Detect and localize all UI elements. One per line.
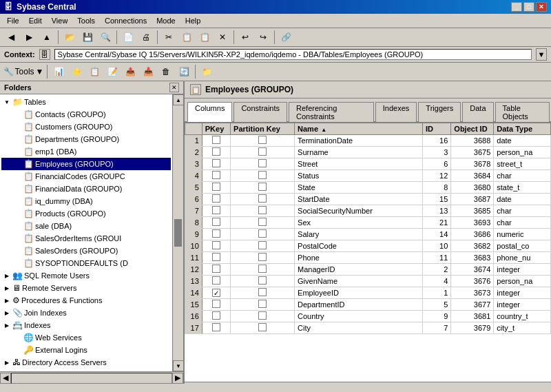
- tree-item[interactable]: 📋Contacts (GROUPO): [1, 108, 171, 121]
- partkey-checkbox[interactable]: [258, 147, 267, 156]
- pkey-checkbox[interactable]: [212, 218, 220, 226]
- tb2-btn8[interactable]: 🔄: [176, 64, 192, 79]
- partkey-checkbox[interactable]: [258, 136, 267, 144]
- menu-file[interactable]: File: [3, 15, 23, 26]
- pkey-checkbox[interactable]: [212, 171, 220, 179]
- tree-item[interactable]: 📋Employees (GROUPO): [1, 158, 171, 170]
- folders-close-button[interactable]: ✕: [169, 83, 179, 92]
- partkey-checkbox[interactable]: [258, 300, 267, 308]
- tb2-btn4[interactable]: 📝: [104, 64, 121, 79]
- tree-scrollbar-v[interactable]: ▲ ▼: [172, 94, 183, 371]
- back-button[interactable]: ◀: [3, 30, 19, 45]
- tab-data[interactable]: Data: [462, 102, 493, 122]
- tab-tableobjects[interactable]: Table Objects: [495, 102, 550, 122]
- tb2-btn3[interactable]: 📋: [86, 64, 103, 79]
- partkey-checkbox[interactable]: [258, 159, 267, 167]
- tree-item[interactable]: ▶🖥Remote Servers: [1, 282, 171, 294]
- pkey-checkbox[interactable]: [212, 241, 220, 249]
- tree-item[interactable]: 📋Departments (GROUPO): [1, 133, 171, 145]
- menu-view[interactable]: View: [48, 15, 72, 26]
- menu-mode[interactable]: Mode: [152, 15, 180, 26]
- tree-item[interactable]: 🌐Web Services: [1, 331, 171, 344]
- scroll-right-button[interactable]: ▶: [172, 373, 183, 384]
- save-button[interactable]: 💾: [79, 30, 96, 45]
- pkey-checkbox[interactable]: [212, 253, 220, 261]
- new-button[interactable]: 📄: [120, 30, 136, 45]
- tree-item[interactable]: ▶🖧Directory Access Servers: [1, 356, 171, 369]
- partkey-checkbox[interactable]: [258, 194, 267, 203]
- partkey-checkbox[interactable]: [258, 253, 267, 261]
- maximize-button[interactable]: □: [523, 2, 534, 12]
- tab-triggers[interactable]: Triggers: [418, 102, 461, 122]
- table-row[interactable]: 7SocialSecurityNumber133685char: [185, 205, 551, 217]
- tab-indexes[interactable]: Indexes: [375, 102, 417, 122]
- partkey-checkbox[interactable]: [258, 206, 267, 214]
- context-path[interactable]: Sybase Central/Sybase IQ 15/Servers/WILK…: [54, 49, 532, 60]
- tree-item[interactable]: 📋Products (GROUPO): [1, 207, 171, 220]
- table-row[interactable]: 6StartDate153687date: [185, 194, 551, 205]
- tree-item[interactable]: ▶📎Join Indexes: [1, 307, 171, 319]
- tree-item[interactable]: 📋SalesOrderItems (GROUI: [1, 232, 171, 245]
- scroll-up-button[interactable]: ▲: [173, 94, 183, 105]
- table-row[interactable]: 8Sex213693char: [185, 217, 551, 229]
- table-scroll[interactable]: PKeyPartition KeyName ▲IDObject IDData T…: [185, 123, 551, 382]
- tb2-btn1[interactable]: 📊: [50, 64, 67, 79]
- partkey-checkbox[interactable]: [258, 276, 267, 285]
- tree-item[interactable]: 📋iq_dummy (DBA): [1, 195, 171, 207]
- partkey-checkbox[interactable]: [258, 229, 267, 238]
- connect-button[interactable]: 🔗: [278, 30, 294, 45]
- partkey-checkbox[interactable]: [258, 288, 267, 296]
- tb2-btn5[interactable]: 📤: [122, 64, 138, 79]
- pkey-checkbox[interactable]: [212, 323, 220, 331]
- tb2-btn7[interactable]: 🗑: [158, 64, 174, 79]
- table-row[interactable]: 13GivenName43676person_na: [185, 276, 551, 287]
- partkey-checkbox[interactable]: [258, 218, 267, 226]
- refresh-button[interactable]: ↩: [237, 30, 253, 45]
- pkey-checkbox[interactable]: [212, 136, 220, 144]
- forward-button[interactable]: ▶: [21, 30, 37, 45]
- partkey-checkbox[interactable]: [258, 323, 267, 331]
- menu-tools[interactable]: Tools: [73, 15, 99, 26]
- col-header-type[interactable]: Data Type: [494, 123, 551, 135]
- pkey-checkbox[interactable]: [212, 311, 220, 320]
- tree-item[interactable]: ▶📇Indexes: [1, 319, 171, 331]
- partkey-checkbox[interactable]: [258, 265, 267, 273]
- pkey-checkbox[interactable]: [212, 159, 220, 167]
- scroll-thumb[interactable]: [174, 219, 182, 247]
- table-row[interactable]: 10PostalCode103682postal_co: [185, 240, 551, 252]
- col-header-name[interactable]: Name ▲: [295, 123, 423, 135]
- table-row[interactable]: 11Phone113683phone_nu: [185, 252, 551, 264]
- col-header-partkey[interactable]: Partition Key: [231, 123, 295, 135]
- pkey-checkbox[interactable]: [212, 229, 220, 238]
- table-row[interactable]: 1TerminationDate163688date: [185, 135, 551, 147]
- open-button[interactable]: 📂: [61, 30, 78, 45]
- table-row[interactable]: 15DepartmentID53677integer: [185, 299, 551, 311]
- tree-item[interactable]: 📋sale (DBA): [1, 220, 171, 232]
- pkey-checkbox[interactable]: [212, 300, 220, 308]
- scroll-left-button[interactable]: ◀: [0, 373, 11, 384]
- delete-button[interactable]: ✕: [214, 30, 231, 45]
- table-row[interactable]: 14✓EmployeeID13673integer: [185, 287, 551, 299]
- table-row[interactable]: 4Status123684char: [185, 170, 551, 182]
- partkey-checkbox[interactable]: [258, 171, 267, 179]
- minimize-button[interactable]: _: [511, 2, 522, 12]
- tools-dropdown-button[interactable]: 🔧 Tools ▼: [3, 64, 44, 79]
- menu-help[interactable]: Help: [181, 15, 205, 26]
- menu-edit[interactable]: Edit: [25, 15, 46, 26]
- table-row[interactable]: 2Surname33675person_na: [185, 147, 551, 158]
- pkey-checkbox[interactable]: [212, 276, 220, 285]
- tree-item[interactable]: 🔑External Logins: [1, 344, 171, 356]
- copy-button[interactable]: 📋: [178, 30, 195, 45]
- tab-referencing[interactable]: Referencing Constraints: [289, 102, 374, 122]
- tree-item[interactable]: 📋Customers (GROUPO): [1, 121, 171, 133]
- up-button[interactable]: ▲: [39, 30, 55, 45]
- scroll-down-button[interactable]: ▼: [173, 360, 183, 371]
- tab-constraints[interactable]: Constraints: [233, 102, 287, 122]
- print-button[interactable]: 🖨: [138, 30, 154, 45]
- pkey-checkbox[interactable]: [212, 147, 220, 156]
- pkey-checkbox[interactable]: [212, 265, 220, 273]
- pkey-checkbox[interactable]: [212, 194, 220, 203]
- col-header-pkey[interactable]: PKey: [202, 123, 230, 135]
- tree-item[interactable]: 📋emp1 (DBA): [1, 145, 171, 158]
- col-header-id[interactable]: ID: [423, 123, 451, 135]
